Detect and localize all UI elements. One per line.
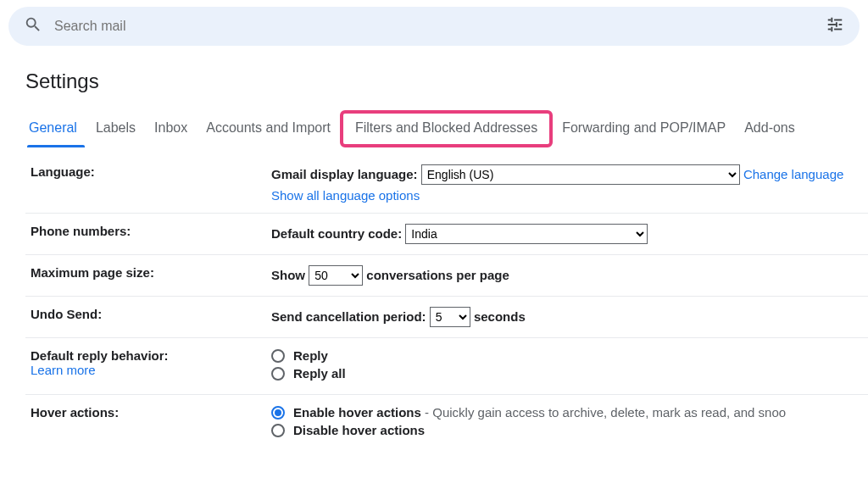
- settings-panel: Settings General Labels Inbox Accounts a…: [0, 54, 868, 451]
- label-conversations: conversations per page: [366, 268, 509, 282]
- page-title: Settings: [25, 69, 868, 93]
- radio-enable-hover[interactable]: [271, 406, 285, 420]
- row-reply-behavior: Default reply behavior: Learn more Reply…: [25, 338, 868, 395]
- radio-reply-all[interactable]: [271, 367, 285, 381]
- tab-filters-blocked[interactable]: Filters and Blocked Addresses: [340, 110, 553, 147]
- select-pagesize[interactable]: 50: [309, 265, 363, 286]
- label-undo: Undo Send:: [31, 307, 102, 321]
- link-learn-more[interactable]: Learn more: [31, 363, 96, 377]
- search-bar: [8, 7, 860, 46]
- label-hover: Hover actions:: [31, 405, 119, 420]
- svg-rect-2: [831, 18, 832, 23]
- search-input[interactable]: [54, 19, 826, 34]
- tab-labels[interactable]: Labels: [86, 114, 145, 147]
- svg-rect-4: [839, 24, 843, 25]
- svg-rect-5: [836, 22, 837, 27]
- link-change-language[interactable]: Change language: [743, 167, 843, 181]
- tab-accounts[interactable]: Accounts and Import: [197, 114, 340, 147]
- select-display-language[interactable]: English (US): [421, 164, 740, 185]
- search-icon[interactable]: [24, 15, 42, 37]
- row-phone: Phone numbers: Default country code: Ind…: [25, 214, 868, 255]
- svg-rect-7: [834, 29, 842, 31]
- row-hover: Hover actions: Enable hover actions - Qu…: [25, 395, 868, 451]
- label-enable-hover-desc: - Quickly gain access to archive, delete…: [421, 405, 786, 420]
- label-cancellation: Send cancellation period:: [271, 309, 426, 324]
- tune-icon[interactable]: [826, 15, 844, 37]
- label-display-language: Gmail display language:: [271, 167, 418, 181]
- row-pagesize: Maximum page size: Show 50 conversations…: [25, 255, 868, 297]
- svg-rect-3: [828, 24, 836, 25]
- svg-rect-0: [828, 19, 832, 21]
- label-country-code: Default country code:: [271, 226, 402, 241]
- label-language: Language:: [31, 164, 95, 179]
- tab-forwarding[interactable]: Forwarding and POP/IMAP: [553, 114, 735, 147]
- label-pagesize: Maximum page size:: [31, 265, 154, 280]
- settings-rows: Language: Gmail display language: Englis…: [25, 154, 868, 451]
- tab-inbox[interactable]: Inbox: [145, 114, 197, 147]
- label-phone: Phone numbers:: [31, 224, 131, 238]
- tab-addons[interactable]: Add-ons: [735, 114, 804, 147]
- svg-rect-8: [831, 27, 832, 32]
- label-seconds: seconds: [474, 309, 526, 324]
- label-disable-hover: Disable hover actions: [293, 423, 425, 437]
- label-opt-reply: Reply: [293, 348, 328, 363]
- row-undo: Undo Send: Send cancellation period: 5 s…: [25, 297, 868, 338]
- select-country-code[interactable]: India: [405, 224, 648, 244]
- radio-disable-hover[interactable]: [271, 424, 285, 437]
- label-opt-replyall: Reply all: [293, 366, 346, 381]
- svg-rect-6: [828, 29, 832, 31]
- label-reply: Default reply behavior:: [31, 348, 169, 363]
- settings-tabs: General Labels Inbox Accounts and Import…: [25, 114, 868, 147]
- tab-general[interactable]: General: [25, 114, 86, 147]
- label-enable-hover: Enable hover actions: [293, 405, 421, 420]
- radio-reply[interactable]: [271, 349, 285, 363]
- label-show: Show: [271, 268, 305, 282]
- link-show-all-languages[interactable]: Show all language options: [271, 188, 420, 203]
- svg-rect-1: [834, 19, 842, 21]
- row-language: Language: Gmail display language: Englis…: [25, 154, 868, 214]
- select-undo-period[interactable]: 5: [430, 307, 470, 327]
